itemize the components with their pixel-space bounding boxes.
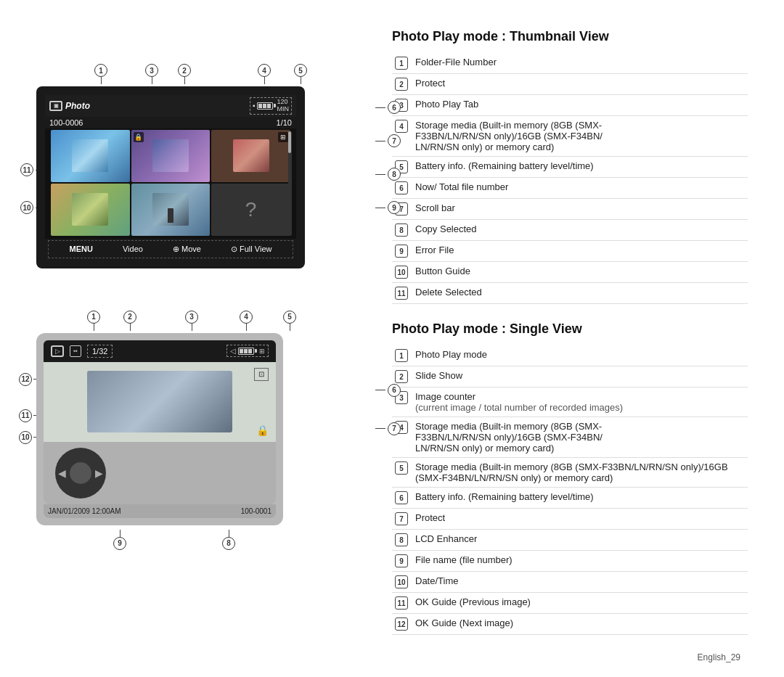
- single-item-12: 12 OK Guide (Next image): [392, 614, 748, 635]
- thumb-cell-4: [51, 184, 130, 236]
- camera-screen-area: ⊡ 🔒: [44, 362, 276, 442]
- single-view-title: Photo Play mode : Single View: [392, 321, 748, 337]
- callout-9-thumb: 9: [375, 201, 401, 214]
- thumbnail-view-title: Photo Play mode : Thumbnail View: [392, 29, 748, 44]
- single-view-diagram: 1 2 3 4 5: [36, 305, 370, 550]
- single-view-section: Photo Play mode : Single View 1 Photo Pl…: [392, 321, 748, 635]
- move-label: Move: [181, 245, 201, 253]
- single-item-4: 4 Storage media (Built-in memory (8GB (S…: [392, 417, 748, 458]
- dpad[interactable]: ◀ ▶: [55, 448, 106, 498]
- dpad-left-arrow: ◀: [58, 467, 66, 479]
- thumb-item-9: 9 Error File: [392, 241, 748, 262]
- callout-9-single: 9: [113, 537, 126, 550]
- thumb-desc-4: Storage media (Built-in memory (8GB (SMX…: [412, 116, 748, 157]
- thumb-desc-1: Folder-File Number: [412, 53, 748, 74]
- thumb-cell-2: 🔒: [131, 130, 211, 182]
- callout-7-single: 7: [375, 422, 401, 435]
- single-desc-7: Protect: [412, 509, 748, 530]
- single-item-7: 7 Protect: [392, 509, 748, 530]
- single-desc-10: Date/Time: [412, 572, 748, 593]
- single-item-8: 8 LCD Enhancer: [392, 530, 748, 551]
- single-item-11: 11 OK Guide (Previous image): [392, 593, 748, 614]
- page-number: English_29: [698, 652, 740, 662]
- camera-controls: ◀ ▶: [44, 442, 276, 504]
- thumb-desc-3: Photo Play Tab: [412, 95, 748, 116]
- single-desc-2: Slide Show: [412, 366, 748, 387]
- single-desc-3: Image counter (current image / total num…: [412, 387, 748, 417]
- thumb-desc-5: Battery info. (Remaining battery level/t…: [412, 157, 748, 178]
- camera-top-bar: ▷ ▪▪ 1/32 ◁: [44, 340, 276, 362]
- camera-date: JAN/01/2009 12:00AM: [48, 507, 121, 515]
- thumb-item-2: 2 Protect: [392, 74, 748, 95]
- thumb-desc-9: Error File: [412, 241, 748, 262]
- menu-label: MENU: [70, 245, 93, 253]
- thumbnail-screen: ▣ Photo ▪: [36, 86, 305, 268]
- thumb-desc-10: Button Guide: [412, 262, 748, 283]
- thumb-item-1: 1 Folder-File Number: [392, 53, 748, 74]
- camera-date-row: JAN/01/2009 12:00AM 100-0001: [44, 504, 276, 518]
- thumb-cell-5: [131, 184, 211, 236]
- thumb-desc-6: Now/ Total file number: [412, 178, 748, 199]
- left-column: 1 3 2 4: [36, 29, 370, 662]
- bottom-callouts: 9 8: [65, 530, 283, 550]
- callout-2-thumb: 2: [178, 64, 191, 84]
- callout-6-single: 6: [375, 384, 401, 397]
- callout-1-thumb: 1: [94, 64, 107, 84]
- bottom-menu-bar: MENU Video ⊕ Move ⊙ Full View: [48, 240, 293, 258]
- lock-icon-1: 🔒: [134, 132, 144, 142]
- thumb-item-7: 7 Scroll bar: [392, 199, 748, 220]
- photo-tab-icon: ▣: [49, 101, 62, 111]
- callout-3-single: 3: [185, 311, 198, 331]
- single-desc-12: OK Guide (Next image): [412, 614, 748, 635]
- single-item-3: 3 Image counter (current image / total n…: [392, 387, 748, 417]
- scroll-bar-thumb: [288, 131, 291, 153]
- single-desc-1: Photo Play mode: [412, 345, 748, 366]
- protect-icon-single: 🔒: [256, 424, 269, 436]
- thumb-item-6: 6 Now/ Total file number: [392, 178, 748, 199]
- battery-area-single: ◁ ⊞: [226, 345, 269, 357]
- single-desc-6: Battery info. (Remaining battery level/t…: [412, 488, 748, 509]
- callout-2-single: 2: [123, 311, 136, 331]
- callout-4-thumb: 4: [258, 64, 271, 84]
- right-column: Photo Play mode : Thumbnail View 1 Folde…: [392, 29, 748, 662]
- callout-6-thumb: 6: [375, 101, 401, 114]
- thumb-item-8: 8 Copy Selected: [392, 220, 748, 241]
- thumb-item-4: 4 Storage media (Built-in memory (8GB (S…: [392, 116, 748, 157]
- single-desc-5: Storage media (Built-in memory (8GB (SMX…: [412, 458, 748, 488]
- callout-8-single: 8: [222, 537, 235, 550]
- camera-body: ▷ ▪▪ 1/32 ◁: [36, 333, 283, 525]
- thumb-desc-7: Scroll bar: [412, 199, 748, 220]
- video-label: Video: [123, 245, 143, 253]
- copy-icon-1: ⊞: [278, 132, 288, 142]
- lcd-enhancer-icon: ⊡: [254, 368, 269, 381]
- callout-3-thumb: 3: [145, 64, 158, 84]
- single-item-1: 1 Photo Play mode: [392, 345, 748, 366]
- folder-number: 100-0006: [49, 118, 83, 127]
- single-item-10: 10 Date/Time: [392, 572, 748, 593]
- thumb-desc-2: Protect: [412, 74, 748, 95]
- dpad-right-arrow: ▶: [95, 467, 103, 479]
- now-total: 1/10: [277, 118, 292, 127]
- thumbnail-view-diagram: 1 3 2 4: [36, 58, 370, 268]
- battery-dashed-box: ▪ 120MIN: [250, 97, 292, 115]
- single-item-6: 6 Battery info. (Remaining battery level…: [392, 488, 748, 509]
- thumb-item-5: 5 Battery info. (Remaining battery level…: [392, 157, 748, 178]
- camera-file-num: 100-0001: [241, 507, 271, 515]
- thumb-item-10: 10 Button Guide: [392, 262, 748, 283]
- thumbnail-item-table: 1 Folder-File Number 2 Protect 3 Photo P…: [392, 53, 748, 304]
- single-desc-11: OK Guide (Previous image): [412, 593, 748, 614]
- callout-5-single: 5: [283, 311, 296, 331]
- single-desc-4: Storage media (Built-in memory (8GB (SMX…: [412, 417, 748, 458]
- thumb-cell-1: [51, 130, 130, 182]
- thumb-desc-11: Delete Selected: [412, 283, 748, 304]
- image-counter: 1/32: [87, 345, 113, 358]
- fullview-label: Full View: [240, 245, 271, 253]
- thumb-cell-3: ⊞: [211, 130, 290, 182]
- thumbnail-grid: 🔒 ⊞: [48, 128, 293, 237]
- single-item-2: 2 Slide Show: [392, 366, 748, 387]
- callout-7-thumb: 7: [375, 134, 401, 147]
- single-desc-8: LCD Enhancer: [412, 530, 748, 551]
- single-item-9: 9 File name (file number): [392, 551, 748, 572]
- single-desc-9: File name (file number): [412, 551, 748, 572]
- callout-8-thumb: 8: [375, 168, 401, 181]
